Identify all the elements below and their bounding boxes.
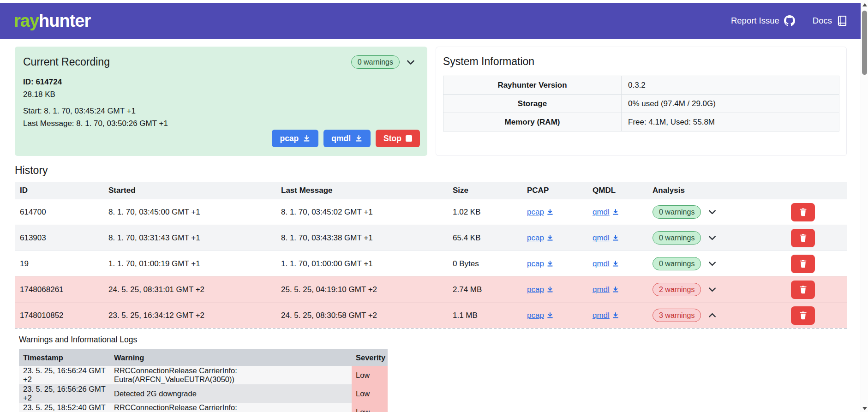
github-icon (784, 15, 795, 26)
history-cell-actions (759, 306, 847, 325)
history-cell-analysis: 2 warnings (650, 283, 759, 296)
history-cell-qmdl: qmdl (587, 259, 650, 269)
history-column-header: ID (15, 186, 103, 195)
pcap-link-label: pcap (527, 233, 544, 243)
history-cell-qmdl: qmdl (587, 311, 650, 320)
current-warnings-badge: 0 warnings (351, 55, 400, 69)
qmdl-download-link[interactable]: qmdl (593, 208, 619, 217)
system-info-row: Memory (RAM)Free: 4.1M, Used: 55.8M (443, 113, 839, 131)
history-column-header: Analysis (650, 186, 759, 195)
download-icon (546, 260, 554, 268)
pcap-link-label: pcap (527, 208, 544, 217)
pcap-download-link[interactable]: pcap (527, 233, 554, 243)
trash-icon (799, 311, 808, 320)
log-cell-timestamp: 23. 5. 25, 18:52:40 GMT +2 (19, 403, 110, 412)
delete-recording-button[interactable] (791, 255, 815, 273)
row-expand-chevron[interactable] (707, 233, 718, 243)
chevron-down-icon (707, 207, 718, 217)
history-cell-id: 614700 (15, 208, 103, 217)
history-cell-started: 24. 5. 25, 08:31:01 GMT +2 (103, 285, 276, 294)
stop-button[interactable]: Stop (376, 130, 420, 147)
system-info-row: Rayhunter Version0.3.2 (443, 76, 839, 95)
qmdl-link-label: qmdl (593, 285, 610, 294)
download-icon (612, 234, 619, 242)
log-cell-timestamp: 23. 5. 25, 16:56:26 GMT +2 (19, 384, 110, 403)
docs-link[interactable]: Docs (813, 15, 848, 26)
system-info-label: Storage (443, 95, 622, 113)
history-column-header: Size (448, 186, 522, 195)
qmdl-download-button[interactable]: qmdl (323, 130, 371, 147)
log-column-header: Severity (352, 353, 388, 362)
history-cell-size: 1.1 MB (448, 311, 522, 320)
qmdl-download-link[interactable]: qmdl (593, 285, 619, 294)
scrollbar-up-arrow[interactable] (862, 3, 867, 6)
qmdl-link-label: qmdl (593, 311, 610, 320)
warnings-badge: 0 warnings (652, 205, 701, 219)
row-expand-chevron[interactable] (707, 310, 718, 321)
history-cell-qmdl: qmdl (587, 285, 650, 294)
history-title: History (15, 164, 847, 177)
history-cell-last-message: 25. 5. 25, 04:19:10 GMT +2 (276, 285, 448, 294)
history-cell-analysis: 0 warnings (650, 257, 759, 270)
pcap-link-label: pcap (527, 311, 544, 320)
pcap-download-button[interactable]: pcap (272, 130, 318, 147)
system-info-value: Free: 4.1M, Used: 55.8M (622, 113, 839, 131)
history-cell-pcap: pcap (522, 311, 587, 320)
history-cell-actions (759, 229, 847, 247)
log-row: 23. 5. 25, 16:56:24 GMT +2RRCConnectionR… (19, 366, 388, 384)
history-cell-size: 0 Bytes (448, 259, 522, 269)
history-row: 6139038. 1. 70, 03:31:43 GMT +18. 1. 70,… (15, 225, 847, 251)
history-table-header: IDStartedLast MessageSizePCAPQMDLAnalysi… (15, 182, 847, 199)
report-issue-label: Report Issue (731, 16, 779, 26)
row-expand-chevron[interactable] (707, 258, 718, 269)
row-expand-chevron[interactable] (707, 284, 718, 295)
qmdl-link-label: qmdl (593, 259, 610, 269)
scrollbar-down-arrow[interactable] (862, 407, 867, 410)
log-cell-severity: Low (352, 403, 388, 412)
delete-recording-button[interactable] (791, 229, 815, 247)
delete-recording-button[interactable] (791, 306, 815, 325)
history-row: 191. 1. 70, 01:00:19 GMT +11. 1. 70, 01:… (15, 251, 847, 276)
pcap-download-link[interactable]: pcap (527, 259, 554, 269)
pcap-download-link[interactable]: pcap (527, 311, 554, 320)
qmdl-download-link[interactable]: qmdl (593, 311, 619, 320)
history-cell-started: 23. 5. 25, 16:34:12 GMT +2 (103, 311, 276, 320)
history-cell-started: 8. 1. 70, 03:45:00 GMT +1 (103, 208, 276, 217)
qmdl-download-link[interactable]: qmdl (593, 233, 619, 243)
qmdl-download-link[interactable]: qmdl (593, 259, 619, 269)
history-cell-id: 1748068261 (15, 285, 103, 294)
logo-ray: ray (14, 11, 39, 30)
scrollbar-thumb[interactable] (862, 11, 867, 75)
history-column-header: QMDL (587, 186, 650, 195)
trash-icon (799, 259, 808, 268)
download-icon (612, 286, 619, 293)
pcap-download-link[interactable]: pcap (527, 285, 554, 294)
history-cell-id: 1748010852 (15, 311, 103, 320)
warnings-badge: 0 warnings (652, 257, 701, 270)
pcap-download-link[interactable]: pcap (527, 208, 554, 217)
recording-start: Start: 8. 1. 70, 03:45:24 GMT +1 (23, 107, 420, 116)
delete-recording-button[interactable] (791, 203, 815, 221)
delete-recording-button[interactable] (791, 281, 815, 299)
page-scrollbar[interactable] (861, 0, 868, 412)
pcap-link-label: pcap (527, 285, 544, 294)
current-recording-chevron[interactable] (405, 57, 416, 68)
history-cell-actions (759, 255, 847, 273)
report-issue-link[interactable]: Report Issue (731, 15, 795, 26)
warnings-log-title: Warnings and Informational Logs (19, 335, 847, 345)
download-icon (355, 135, 363, 143)
docs-label: Docs (813, 16, 832, 26)
warnings-log-table: TimestampWarningSeverity 23. 5. 25, 16:5… (19, 349, 388, 412)
recording-id: ID: 614724 (23, 78, 420, 87)
log-row: 23. 5. 25, 16:56:26 GMT +2Detected 2G do… (19, 384, 388, 403)
current-recording-card: Current Recording 0 warnings ID: 614724 … (15, 47, 427, 156)
chevron-down-icon (707, 258, 718, 269)
row-expand-chevron[interactable] (707, 207, 718, 217)
navbar: rayhunter Report Issue Docs (0, 3, 861, 39)
history-column-header: Last Message (276, 186, 448, 195)
qmdl-link-label: qmdl (593, 233, 610, 243)
history-cell-size: 1.02 KB (448, 208, 522, 217)
warnings-badge: 0 warnings (652, 231, 701, 245)
download-icon (546, 312, 554, 319)
history-cell-last-message: 8. 1. 70, 03:43:38 GMT +1 (276, 233, 448, 243)
